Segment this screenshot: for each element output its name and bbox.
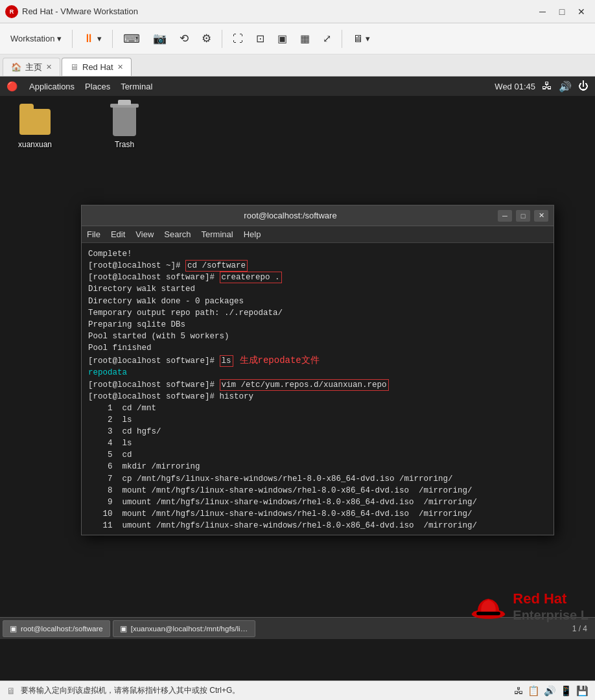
terminal-terminal-menu[interactable]: Terminal bbox=[202, 229, 233, 239]
term-line-h7: 7 cp /mnt/hgfs/linux-share-windows/rhel-… bbox=[88, 473, 547, 485]
revert-button[interactable]: ⟲ bbox=[174, 27, 194, 51]
vmware-status-message: 要将输入定向到该虚拟机，请将鼠标指针移入其中或按 Ctrl+G。 bbox=[21, 685, 240, 696]
vm-settings-button[interactable]: ⚙ bbox=[196, 27, 216, 51]
desktop-icon-xuanxuan[interactable]: xuanxuan bbox=[9, 102, 61, 153]
vm-settings-icon: ⚙ bbox=[202, 32, 211, 45]
terminal-file-menu[interactable]: File bbox=[87, 229, 100, 239]
applications-menu[interactable]: Applications bbox=[29, 82, 75, 91]
time-area: Wed 01:45 🖧 🔊 ⏻ bbox=[495, 80, 589, 93]
pause-dropdown-icon: ▾ bbox=[97, 34, 102, 43]
console-icon-1: ▣ bbox=[277, 32, 287, 45]
title-bar: R Red Hat - VMware Workstation ─ □ ✕ bbox=[0, 0, 595, 23]
snapshot-button[interactable]: 📷 bbox=[148, 27, 172, 51]
term-line-repodata: repodata bbox=[88, 367, 547, 379]
tab-redhat[interactable]: 🖥 Red Hat ✕ bbox=[62, 58, 132, 76]
terminal-search-menu[interactable]: Search bbox=[164, 229, 191, 239]
folder-icon-image bbox=[19, 106, 51, 137]
term-line-createrepo: [root@localhost software]# createrepo . bbox=[88, 272, 547, 283]
applications-icon: 🔴 bbox=[6, 81, 18, 91]
terminal-window: root@localhost:/software ─ □ ✕ File Edit… bbox=[81, 205, 554, 535]
trash-icon-image bbox=[109, 106, 140, 137]
console-button-1[interactable]: ▣ bbox=[272, 27, 292, 51]
tool-icon-audio[interactable]: 🔊 bbox=[544, 685, 556, 697]
term-line-cd: [root@localhost ~]# cd /software bbox=[88, 260, 547, 272]
terminal-maximize-button[interactable]: □ bbox=[516, 210, 530, 222]
view-dropdown-button[interactable]: 🖥 ▾ bbox=[347, 27, 375, 51]
taskbar-item-root-label: root@localhost:/software bbox=[21, 625, 103, 633]
term-line-h1: 1 cd /mnt bbox=[88, 402, 547, 414]
terminal-menu[interactable]: Terminal bbox=[121, 82, 152, 91]
redhat-tab-icon: 🖥 bbox=[70, 62, 78, 72]
home-tab-icon: 🏠 bbox=[11, 62, 21, 72]
term-line-sqlite: Preparing sqlite DBs bbox=[88, 319, 547, 331]
term-line-vim: [root@localhost software]# vim /etc/yum.… bbox=[88, 379, 547, 391]
tab-bar: 🏠 主页 ✕ 🖥 Red Hat ✕ bbox=[0, 54, 595, 76]
tab-redhat-label: Red Hat bbox=[82, 62, 113, 72]
send-ctrl-alt-del-icon: ⌨ bbox=[123, 32, 140, 46]
terminal-view-menu[interactable]: View bbox=[135, 229, 154, 239]
stretch-button[interactable]: ⤢ bbox=[318, 27, 336, 51]
tab-home[interactable]: 🏠 主页 ✕ bbox=[3, 58, 60, 76]
clock-display: Wed 01:45 bbox=[495, 82, 535, 91]
term-line-h6: 6 mkdir /mirroring bbox=[88, 461, 547, 472]
redhat-line1: Red Hat bbox=[513, 590, 589, 607]
term-line-dirwalk-done: Directory walk done - 0 packages bbox=[88, 296, 547, 307]
terminal-title: root@localhost:/software bbox=[87, 211, 494, 220]
snapshot-icon: 📷 bbox=[153, 32, 167, 45]
view-dropdown-icon: ▾ bbox=[366, 34, 370, 43]
term-line-pool-start: Pool started (with 5 workers) bbox=[88, 331, 547, 342]
desktop: xuanxuan Trash root@localhost:/software … bbox=[0, 96, 595, 639]
term-line-tmppath: Temporary output repo path: ./.repodata/ bbox=[88, 307, 547, 319]
power-icon[interactable]: ⏻ bbox=[578, 80, 589, 92]
pause-icon: ⏸ bbox=[83, 32, 95, 45]
tab-home-close[interactable]: ✕ bbox=[46, 63, 52, 71]
terminal-edit-menu[interactable]: Edit bbox=[111, 229, 125, 239]
unity-button[interactable]: ⊡ bbox=[251, 27, 270, 51]
tool-icon-network[interactable]: 🖧 bbox=[514, 685, 524, 696]
workstation-menu-button[interactable]: Workstation ▾ bbox=[5, 27, 67, 51]
term-line-history: [root@localhost software]# history bbox=[88, 391, 547, 402]
toolbar-separator-1 bbox=[72, 30, 73, 48]
taskbar-item-root[interactable]: ▣ root@localhost:/software bbox=[3, 620, 110, 637]
redhat-brand-text: Red Hat Enterprise L bbox=[513, 590, 589, 623]
tool-icon-storage[interactable]: 💾 bbox=[576, 685, 589, 697]
minimize-button[interactable]: ─ bbox=[534, 5, 551, 18]
term-line-h5: 5 cd bbox=[88, 449, 547, 461]
term-line-dirwalk-start: Directory walk started bbox=[88, 283, 547, 295]
pause-button[interactable]: ⏸ ▾ bbox=[78, 27, 107, 51]
tool-icon-usb[interactable]: 📱 bbox=[560, 685, 572, 697]
toolbar-separator-4 bbox=[342, 30, 342, 48]
console-button-2[interactable]: ▦ bbox=[295, 27, 315, 51]
send-ctrl-alt-del-button[interactable]: ⌨ bbox=[118, 27, 145, 51]
vm-area: 🔴 Applications Places Terminal Wed 01:45… bbox=[0, 76, 595, 681]
taskbar-item-xuanxuan-icon: ▣ bbox=[120, 624, 127, 633]
revert-icon: ⟲ bbox=[180, 32, 189, 45]
maximize-button[interactable]: □ bbox=[554, 5, 570, 18]
terminal-titlebar: root@localhost:/software ─ □ ✕ bbox=[82, 205, 554, 226]
vm-os-bar: 🔴 Applications Places Terminal Wed 01:45… bbox=[0, 76, 595, 96]
redhat-line2: Enterprise L bbox=[513, 607, 589, 623]
tab-redhat-close[interactable]: ✕ bbox=[117, 63, 123, 71]
terminal-help-menu[interactable]: Help bbox=[244, 229, 261, 239]
desktop-icon-trash[interactable]: Trash bbox=[99, 102, 150, 153]
xuanxuan-label: xuanxuan bbox=[13, 140, 57, 149]
status-vm-icon: 🖥 bbox=[6, 686, 16, 696]
close-button[interactable]: ✕ bbox=[573, 5, 590, 18]
unity-icon: ⊡ bbox=[256, 32, 264, 45]
terminal-close-button[interactable]: ✕ bbox=[534, 210, 548, 222]
term-line-h9: 9 umount /mnt/hgfs/linux-share-windows/r… bbox=[88, 496, 547, 508]
taskbar-item-xuanxuan[interactable]: ▣ [xuanxuan@localhost:/mnt/hgfs/linu... bbox=[113, 620, 255, 637]
full-screen-button[interactable]: ⛶ bbox=[228, 27, 248, 51]
places-menu[interactable]: Places bbox=[85, 82, 110, 91]
app-icon: R bbox=[5, 5, 18, 18]
volume-icon[interactable]: 🔊 bbox=[559, 80, 572, 93]
network-icon[interactable]: 🖧 bbox=[542, 80, 552, 92]
terminal-minimize-button[interactable]: ─ bbox=[498, 210, 512, 222]
taskbar-item-xuanxuan-label: [xuanxuan@localhost:/mnt/hgfs/linu... bbox=[131, 625, 248, 633]
term-line-h10: 10 mount /mnt/hgfs/linux-share-windows/r… bbox=[88, 508, 547, 520]
terminal-content[interactable]: Complete! [root@localhost ~]# cd /softwa… bbox=[82, 243, 554, 535]
tool-icon-clipboard[interactable]: 📋 bbox=[528, 685, 540, 697]
folder-shape bbox=[19, 109, 51, 135]
term-line-h4: 4 ls bbox=[88, 438, 547, 449]
stretch-icon: ⤢ bbox=[323, 32, 331, 45]
